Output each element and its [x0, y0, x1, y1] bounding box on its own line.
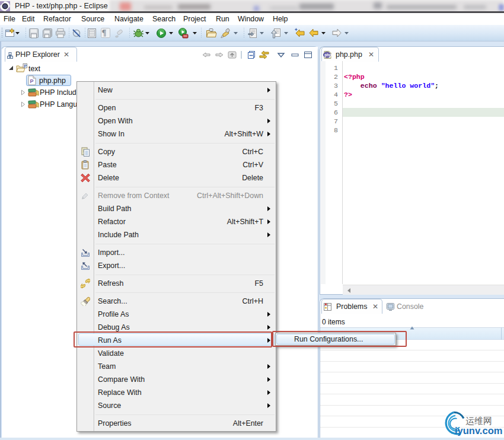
svg-text:运维网: 运维网 — [465, 416, 492, 426]
svg-text:php: php — [324, 53, 331, 58]
svg-text:P: P — [24, 64, 27, 68]
svg-text:P: P — [30, 78, 33, 84]
svg-text:iyunv.com: iyunv.com — [455, 425, 502, 436]
svg-text:¶: ¶ — [102, 28, 107, 37]
